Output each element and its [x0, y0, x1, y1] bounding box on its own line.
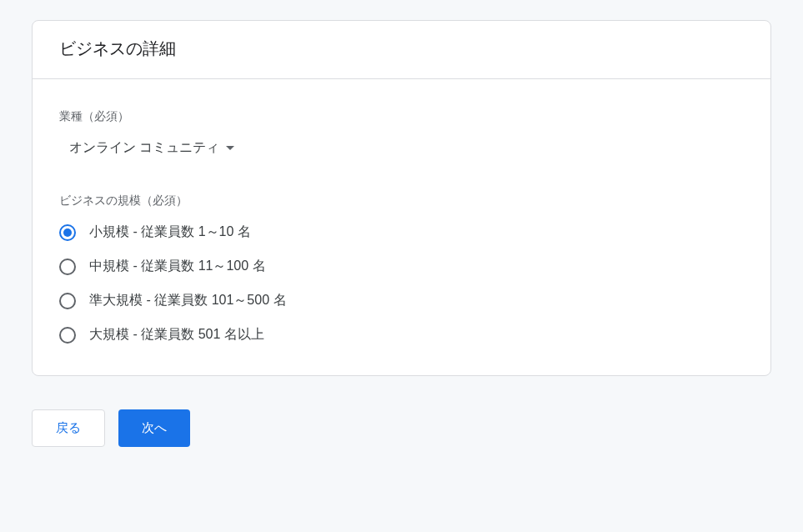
next-button[interactable]: 次へ: [118, 409, 190, 447]
card-body: 業種（必須） オンライン コミュニティ ビジネスの規模（必須） 小規模 - 従業…: [33, 79, 770, 375]
industry-selected-value: オンライン コミュニティ: [69, 139, 219, 157]
radio-icon: [59, 293, 76, 309]
business-details-card: ビジネスの詳細 業種（必須） オンライン コミュニティ ビジネスの規模（必須） …: [32, 20, 771, 376]
radio-option-medium[interactable]: 中規模 - 従業員数 11～100 名: [59, 258, 744, 275]
radio-option-small[interactable]: 小規模 - 従業員数 1～10 名: [59, 223, 744, 241]
radio-label: 中規模 - 従業員数 11～100 名: [89, 258, 266, 275]
card-title: ビジネスの詳細: [59, 38, 744, 60]
industry-label: 業種（必須）: [59, 109, 744, 124]
radio-label: 小規模 - 従業員数 1～10 名: [89, 223, 251, 241]
back-button[interactable]: 戻る: [32, 409, 105, 447]
form-actions: 戻る 次へ: [32, 409, 771, 447]
radio-selected-dot: [63, 228, 72, 237]
radio-label: 大規模 - 従業員数 501 名以上: [89, 326, 264, 344]
radio-option-large[interactable]: 大規模 - 従業員数 501 名以上: [59, 326, 744, 344]
card-header: ビジネスの詳細: [33, 21, 770, 79]
business-size-label: ビジネスの規模（必須）: [59, 193, 744, 208]
radio-icon: [59, 258, 76, 275]
caret-down-icon: [226, 146, 234, 150]
radio-option-semi-large[interactable]: 準大規模 - 従業員数 101～500 名: [59, 292, 744, 309]
radio-icon: [59, 224, 76, 241]
business-size-radio-group: 小規模 - 従業員数 1～10 名 中規模 - 従業員数 11～100 名 準大…: [59, 223, 744, 344]
industry-dropdown[interactable]: オンライン コミュニティ: [69, 139, 234, 157]
radio-label: 準大規模 - 従業員数 101～500 名: [89, 292, 287, 309]
radio-icon: [59, 327, 76, 344]
